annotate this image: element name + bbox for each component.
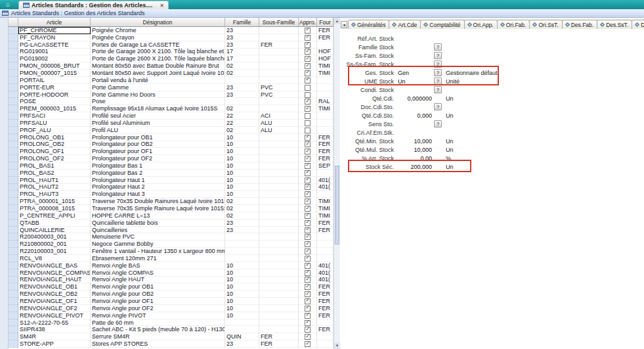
document-tab[interactable]: Articles Standards : Gestion des Article… bbox=[18, 1, 169, 9]
cell-sous-famille[interactable] bbox=[259, 155, 299, 162]
cell-famille[interactable]: 10 bbox=[225, 262, 259, 269]
cell-appro[interactable] bbox=[299, 319, 317, 327]
cell-sous-famille[interactable] bbox=[259, 70, 299, 77]
cell-appro[interactable] bbox=[299, 298, 317, 305]
row-selector[interactable] bbox=[9, 262, 18, 269]
cell-sous-famille[interactable] bbox=[259, 105, 299, 112]
row-selector[interactable] bbox=[9, 148, 18, 155]
cell-sous-famille[interactable]: FER bbox=[259, 333, 299, 340]
column-header-designation[interactable]: Désignation bbox=[91, 18, 225, 26]
appro-checkbox[interactable] bbox=[305, 149, 311, 154]
cell-article[interactable]: PREM_000003_1015 bbox=[18, 105, 91, 112]
row-selector[interactable] bbox=[9, 233, 18, 241]
cell-article[interactable]: R220100003_001 bbox=[18, 248, 91, 255]
cell-four[interactable] bbox=[317, 233, 333, 241]
cell-article[interactable]: PROL_BAS1 bbox=[18, 162, 91, 170]
cell-sous-famille[interactable] bbox=[259, 291, 299, 298]
row-selector[interactable] bbox=[9, 241, 18, 248]
table-row[interactable]: PROLONG_OB1 Prolongateur pour OB1 10 FER bbox=[9, 134, 333, 141]
cell-four[interactable] bbox=[317, 77, 333, 84]
cell-appro[interactable] bbox=[299, 241, 317, 248]
cell-appro[interactable] bbox=[299, 127, 317, 134]
cell-famille[interactable]: 02 bbox=[225, 212, 259, 220]
cell-appro[interactable] bbox=[299, 177, 317, 184]
cell-famille[interactable]: 23 bbox=[225, 227, 259, 234]
cell-designation[interactable]: Renvoi Angle pour OF1 bbox=[91, 298, 225, 305]
cell-sous-famille[interactable] bbox=[259, 298, 299, 305]
table-row[interactable]: STORE-APP Stores APP STORES 23 FER bbox=[9, 340, 333, 348]
cell-sous-famille[interactable]: PVC bbox=[259, 91, 299, 99]
scrollbar-thumb[interactable] bbox=[335, 166, 339, 244]
appro-checkbox[interactable] bbox=[305, 120, 311, 126]
cell-article[interactable]: SIIPR438 bbox=[18, 326, 91, 333]
table-row[interactable]: PG019002 Porte de Garage 2600 X 2100. Tô… bbox=[9, 55, 333, 62]
table-row[interactable]: PROL_HAUT3 Prolongateur Haut 3 10 bbox=[9, 191, 333, 198]
cell-designation[interactable]: Traverse 70x35 Double Rainures Laqué Ivo… bbox=[91, 198, 225, 205]
cell-famille[interactable]: 10 bbox=[225, 277, 259, 284]
cell-four[interactable] bbox=[317, 120, 333, 127]
cell-appro[interactable] bbox=[299, 291, 317, 298]
row-selector[interactable] bbox=[9, 291, 18, 298]
cell-famille[interactable]: 23 bbox=[225, 91, 259, 99]
table-row[interactable]: POSE Pose RAL bbox=[9, 98, 333, 105]
row-selector[interactable] bbox=[9, 312, 18, 319]
field-value[interactable]: 0,000000 bbox=[398, 95, 432, 102]
panel-tab[interactable]: Art.Cde bbox=[389, 20, 421, 29]
cell-designation[interactable]: Profilé seul Acier bbox=[91, 112, 225, 120]
appro-checkbox[interactable] bbox=[305, 313, 311, 319]
field-value[interactable]: 10,000 bbox=[398, 147, 432, 153]
cell-sous-famille[interactable]: PVC bbox=[259, 84, 299, 91]
cell-designation[interactable]: Fenêtre 1 vantail - Hauteur 1350 x Large… bbox=[91, 248, 225, 255]
cell-four[interactable]: FER bbox=[317, 27, 333, 34]
row-selector[interactable] bbox=[9, 326, 18, 333]
cell-sous-famille[interactable] bbox=[259, 34, 299, 41]
cell-sous-famille[interactable] bbox=[259, 312, 299, 319]
row-selector[interactable] bbox=[9, 70, 18, 77]
cell-article[interactable]: RENVOIANGLE_OB2 bbox=[18, 291, 91, 298]
cell-designation[interactable]: Portail vendu à l'unité bbox=[91, 77, 225, 84]
row-selector[interactable] bbox=[9, 298, 18, 305]
cell-sous-famille[interactable] bbox=[259, 305, 299, 312]
cell-famille[interactable]: 10 bbox=[225, 177, 259, 184]
cell-appro[interactable] bbox=[299, 49, 317, 56]
cell-article[interactable]: PROLONG_OF1 bbox=[18, 148, 91, 155]
cell-four[interactable] bbox=[317, 333, 333, 340]
appro-checkbox[interactable] bbox=[305, 213, 311, 219]
table-row[interactable]: PROLONG_OF2 Prolongateur pour OF2 10 FER bbox=[9, 155, 333, 162]
cell-famille[interactable]: 10 bbox=[225, 298, 259, 305]
cell-four[interactable]: 401( bbox=[317, 277, 333, 284]
cell-four[interactable] bbox=[317, 127, 333, 134]
cell-appro[interactable] bbox=[299, 141, 317, 149]
row-selector[interactable] bbox=[9, 155, 18, 162]
cell-sous-famille[interactable] bbox=[259, 283, 299, 291]
cell-designation[interactable]: Poignée Crayon bbox=[91, 34, 225, 41]
table-row[interactable]: PF_CRAYON Poignée Crayon 23 FER bbox=[9, 34, 333, 41]
cell-appro[interactable] bbox=[299, 155, 317, 162]
help-button[interactable]: ? bbox=[434, 120, 442, 128]
table-row[interactable]: SM4R Serrure SM4R QUIN FER bbox=[9, 333, 333, 340]
cell-sous-famille[interactable] bbox=[259, 184, 299, 191]
appro-checkbox[interactable] bbox=[305, 56, 311, 62]
appro-checkbox[interactable] bbox=[305, 241, 311, 247]
appro-checkbox[interactable] bbox=[305, 291, 311, 297]
cell-four[interactable]: FER bbox=[317, 141, 333, 149]
help-button[interactable]: ? bbox=[434, 69, 442, 76]
cell-famille[interactable]: 23 bbox=[225, 34, 259, 41]
cell-appro[interactable] bbox=[299, 205, 317, 212]
row-selector[interactable] bbox=[9, 212, 18, 220]
appro-checkbox[interactable] bbox=[305, 206, 311, 212]
appro-checkbox[interactable] bbox=[305, 70, 311, 76]
row-selector[interactable] bbox=[9, 333, 18, 340]
panel-tab[interactable]: Ori.SsT. bbox=[529, 20, 562, 29]
appro-checkbox[interactable] bbox=[305, 177, 311, 183]
cell-famille[interactable]: 02 bbox=[225, 205, 259, 212]
appro-checkbox[interactable] bbox=[305, 128, 311, 133]
appro-checkbox[interactable] bbox=[305, 284, 311, 290]
field-value[interactable]: Gen bbox=[398, 70, 432, 76]
cell-famille[interactable]: 23 bbox=[225, 27, 259, 34]
cell-sous-famille[interactable] bbox=[259, 162, 299, 170]
row-selector[interactable] bbox=[9, 277, 18, 284]
row-selector[interactable] bbox=[9, 62, 18, 70]
cell-article[interactable]: SM4R bbox=[18, 333, 91, 340]
table-row[interactable]: PORTE-EUR Porte Gamme 23 PVC bbox=[9, 84, 333, 91]
